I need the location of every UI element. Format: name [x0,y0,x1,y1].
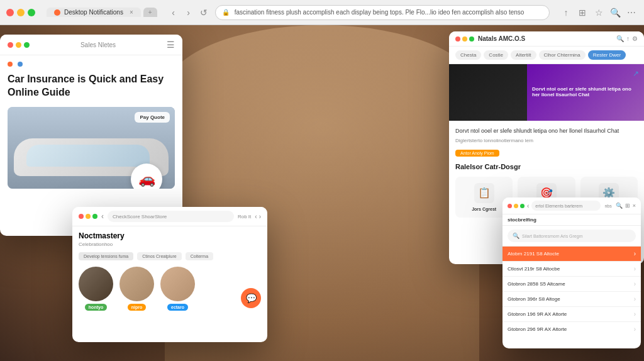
list-item-5[interactable]: Gtobron 196 9R AX Altorte › [502,307,641,322]
win4-label: nbs [604,204,611,208]
list-item-2[interactable]: Ctlosvt 219r S8 Altocbe › [502,262,641,277]
tab-colterma[interactable]: Colterma [186,252,213,260]
card-label-1: Jors Cgrest [472,207,496,211]
avatar-label-2: nipro [128,304,147,311]
win3-tab-clhor[interactable]: Clhor Chtermina [539,50,586,60]
win2-label: Rob It [238,214,251,219]
win1-nav [0,55,182,73]
win2-title: Noctmastery [79,231,261,240]
win4-close-icon[interactable]: × [633,203,636,209]
external-link-icon[interactable]: ↗ [633,69,639,78]
win3-tab-altertilt[interactable]: Altertilt [511,50,536,60]
win2-traffic-lights [79,214,97,219]
car-insurance-window: Sales Nletes ☰ Car Insurance is Quick an… [0,35,182,236]
win4-settings-icon[interactable]: ⊞ [625,203,630,209]
forward-button[interactable]: › [182,6,195,19]
win3-tabs: Chesta Costle Altertilt Clhor Chtermina … [449,47,644,64]
list-item-4[interactable]: Gtobron 396r S8 Altoge › [502,292,641,307]
win2-close[interactable] [79,214,84,219]
win3-tab-rester[interactable]: Rester Dwer [588,50,626,60]
close-button[interactable] [6,9,14,16]
win4-search-container: 🔍 Silart Battoresmom Aris Gregm [502,226,641,247]
win3-description: Dorvt ntol ooel er slefe shlundt letipa … [455,127,638,135]
avatar-3: ectaro [160,267,195,311]
chevron-icon-2: › [634,265,636,272]
win2-forward-icon[interactable]: › [259,213,261,220]
win3-section-title: Ralelsor Catr-Dosgr [455,163,638,170]
tab-ctinos[interactable]: Ctinos Creatplure [137,252,181,260]
chevron-icon-4: › [634,296,636,303]
win3-link: Diglertsterto lonnolinotlermano lern [455,138,638,143]
avatar-circle-1 [79,267,113,301]
car-icon: 🚗 [138,171,155,187]
car-roof [26,145,150,167]
win4-traffic-lights [508,204,525,208]
list-item-3[interactable]: Gtobron 2858 S5 Altcame › [502,277,641,292]
win1-maximize[interactable] [24,42,30,48]
win2-body: Noctmastery Celebrationhoo Develop tensi… [72,226,267,316]
win3-title: Natals AMC.O.S [478,35,525,42]
win3-action-button[interactable]: Antor Anoly Piom [455,150,499,157]
win2-subtitle: Celebrationhoo [79,242,261,247]
maximize-button[interactable] [28,9,35,16]
win3-tab-chesta[interactable]: Chesta [455,50,481,60]
win1-minimize[interactable] [16,42,21,48]
chevron-icon-5: › [634,311,636,318]
win2-header: ‹ CheckScore ShoarStore Rob It ‹ › [72,207,267,226]
chevron-icon-6: › [634,326,636,333]
address-bar[interactable]: 🔒 fascination fitness plush accomplish e… [215,5,550,20]
menu-icon[interactable]: ☰ [167,40,175,50]
win2-tabs: Develop tensions fuma Ctinos Creatplure … [79,252,261,260]
win4-close[interactable] [508,204,512,208]
win4-maximize[interactable] [520,204,525,208]
search-icon[interactable]: 🔍 [609,6,621,19]
win3-share-icon[interactable]: ↑ [626,35,630,42]
win1-close[interactable] [8,42,13,48]
lock-icon: 🔒 [222,9,230,16]
avatar-circle-3 [160,267,195,301]
win4-back-icon[interactable]: ‹ [527,203,529,209]
hero-overlay: Dorvt ntol ooel er slefe shlundt letipa … [527,64,644,121]
bookmark-icon[interactable]: ☆ [592,6,605,19]
win1-content: Car Insurance is Quick and Easy Online G… [0,73,182,196]
win3-close[interactable] [455,36,460,42]
tab-2[interactable]: + [143,8,157,17]
chat-button-container: 💬 [241,288,261,311]
share-icon[interactable]: ↑ [560,6,572,19]
list-item-6[interactable]: Gtobron 296 9R AX Altorte › [502,322,641,336]
win2-back-icon[interactable]: ‹ [255,213,257,220]
win4-minimize[interactable] [514,204,518,208]
win3-settings-icon[interactable]: ⚙ [632,35,638,42]
win3-search-icon[interactable]: 🔍 [616,35,624,42]
win3-maximize[interactable] [469,36,474,42]
reload-button[interactable]: ↺ [197,6,210,19]
new-tab-icon[interactable]: ⊞ [576,6,589,19]
traffic-lights [6,9,35,16]
win2-maximize[interactable] [92,214,97,219]
settings-icon[interactable]: ⋯ [625,6,638,19]
car-overlay-label[interactable]: Pay Quote [135,112,170,123]
win3-minimize[interactable] [462,36,467,42]
win2-back-btn[interactable]: ‹ [101,212,104,221]
chevron-icon-3: › [634,280,636,287]
close-tab-icon[interactable]: × [130,9,133,16]
win1-header: Sales Nletes ☰ [0,35,182,55]
win2-url-bar[interactable]: CheckScore ShoarStore [108,211,234,222]
win4-search-box[interactable]: 🔍 Silart Battoresmom Aris Gregm [508,230,636,242]
win3-traffic-lights [455,36,474,42]
win3-tab-costle[interactable]: Costle [484,50,508,60]
avatar-2: nipro [119,267,154,311]
chevron-icon-1: › [634,250,636,257]
back-button[interactable]: ‹ [167,6,180,19]
win2-minimize[interactable] [86,214,91,219]
win3-header: Natals AMC.O.S 🔍 ↑ ⚙ [449,31,644,47]
win4-search-icon[interactable]: 🔍 [616,203,623,209]
win1-title: Sales Nletes [80,42,116,48]
tab-1[interactable]: Desktop Notifications × [47,8,141,17]
list-item-1[interactable]: Atobrn 2191 S8 Altocte › [502,247,641,262]
minimize-button[interactable] [17,9,25,16]
chat-icon-button[interactable]: 💬 [241,288,261,308]
tab-develop[interactable]: Develop tensions fuma [79,252,133,260]
hero-text1: Dorvt ntol ooel er slefe shlundt letipa … [532,86,639,97]
win4-url-bar[interactable]: ertol Elements barterem [531,201,601,211]
